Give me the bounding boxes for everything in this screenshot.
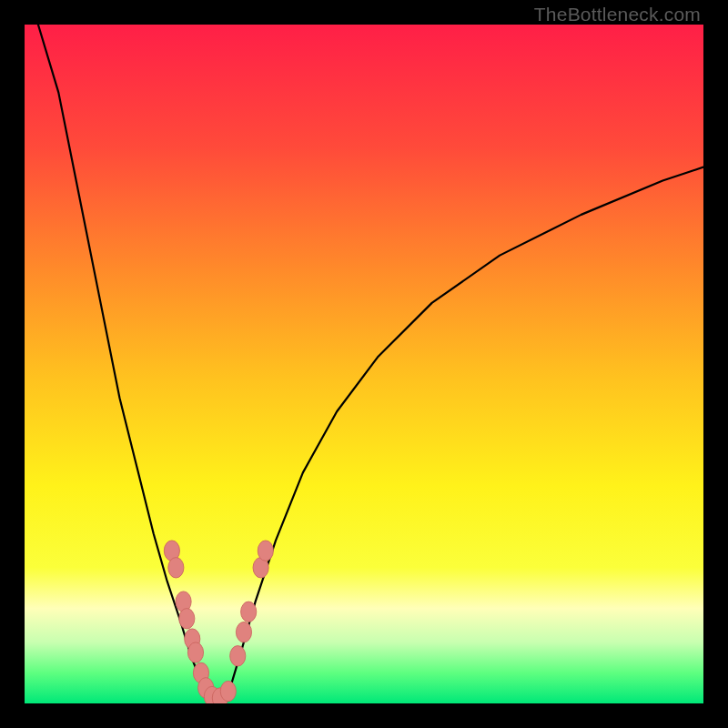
series-right-arm — [225, 167, 703, 701]
bead-right-4 — [258, 541, 273, 561]
chart-container: TheBottleneck.com — [0, 0, 728, 728]
bead-right-1 — [236, 622, 251, 642]
series-group — [38, 25, 703, 703]
bead-left-3 — [179, 609, 195, 629]
bead-right-0 — [230, 646, 246, 666]
watermark-text: TheBottleneck.com — [534, 4, 701, 25]
bead-left-1 — [168, 558, 184, 578]
bead-bottom-2 — [220, 681, 236, 701]
plot-area — [25, 25, 703, 703]
chart-svg — [25, 25, 703, 703]
bead-left-5 — [187, 642, 203, 662]
beads-group — [164, 541, 273, 703]
bead-right-2 — [241, 602, 257, 622]
